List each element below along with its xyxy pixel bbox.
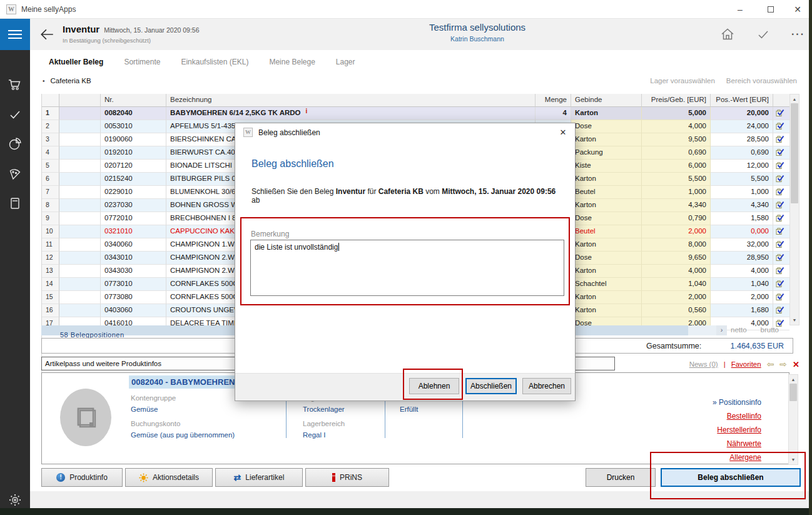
preselect-link-0[interactable]: Lager vorauswählen <box>650 77 715 84</box>
nav-left-icon[interactable]: ⇦ <box>767 359 774 369</box>
netto-option[interactable]: netto <box>731 326 747 334</box>
row-confirm-check-icon[interactable] <box>773 133 789 146</box>
link-bestellinfo[interactable]: Bestellinfo <box>713 409 761 423</box>
row-confirm-check-icon[interactable] <box>773 291 789 304</box>
panel-vertical-scrollbar[interactable]: ▲ ▼ <box>788 374 798 465</box>
text-caret <box>338 243 339 251</box>
col-nr[interactable]: Nr. <box>101 94 166 107</box>
tab-meine-belege[interactable]: Meine Belege <box>269 58 315 66</box>
table-vertical-scrollbar[interactable]: ▲ ▼ <box>789 94 799 325</box>
row-number: 3 <box>42 133 59 146</box>
dialog-close-icon[interactable]: ✕ <box>553 125 573 140</box>
table-row[interactable]: 10082040BABYMOEHREN 6/14 2,5KG TK ARDOi4… <box>42 107 789 120</box>
ablehnen-button[interactable]: Ablehnen <box>409 378 459 394</box>
link-herstellerinfo[interactable]: Herstellerinfo <box>713 423 761 437</box>
cell-poswert: 4,340 <box>711 199 773 212</box>
product-fields-col1: KontengruppeGemüseBuchungskontoGemüse (a… <box>131 392 235 444</box>
maximize-button[interactable] <box>757 0 784 19</box>
col-bezeichnung[interactable]: Bezeichnung <box>166 94 535 107</box>
row-number: 14 <box>42 278 59 291</box>
row-confirm-check-icon[interactable] <box>773 252 789 265</box>
row-confirm-check-icon[interactable] <box>773 265 789 278</box>
col-gebinde[interactable]: Gebinde <box>571 94 642 107</box>
tab-aktueller-beleg[interactable]: Aktueller Beleg <box>49 58 103 66</box>
settings-gear-icon[interactable] <box>0 489 30 511</box>
back-arrow-icon[interactable] <box>39 26 55 45</box>
link-allergene[interactable]: Allergene <box>713 451 761 464</box>
more-options-icon[interactable]: ··· <box>786 25 811 44</box>
drucken-button[interactable]: Drucken <box>586 468 656 487</box>
produktinfo-button[interactable]: !Produktinfo <box>41 468 123 487</box>
scroll-up-icon[interactable]: ▲ <box>789 375 798 384</box>
scroll-up-icon[interactable]: ▲ <box>790 94 799 103</box>
cell-preis: 4,340 <box>642 199 711 212</box>
scroll-down-icon[interactable]: ▼ <box>789 455 798 464</box>
scroll-right-icon[interactable]: › <box>716 325 727 335</box>
row-confirm-check-icon[interactable] <box>773 120 789 133</box>
link-nährwerte[interactable]: Nährwerte <box>713 437 761 451</box>
field-value: Regal I <box>303 429 345 441</box>
row-confirm-check-icon[interactable] <box>773 304 789 317</box>
row-confirm-check-icon[interactable] <box>773 107 789 120</box>
pizza-icon[interactable] <box>0 163 30 185</box>
bemerkung-textarea[interactable]: die Liste ist unvollständig <box>250 240 564 296</box>
table-header: Nr. Bezeichnung Menge Gebinde Preis/Geb.… <box>42 94 789 107</box>
row-confirm-check-icon[interactable] <box>773 160 789 173</box>
close-button[interactable]: ✕ <box>784 0 811 19</box>
abschliessen-button[interactable]: Abschließen <box>465 378 517 394</box>
link--positionsinfo[interactable]: » Positionsinfo <box>713 395 761 409</box>
cell-preis: 0,560 <box>642 304 711 317</box>
cell-preis: 5,500 <box>642 173 711 186</box>
row-number: 8 <box>42 199 59 212</box>
hamburger-menu-icon[interactable] <box>0 19 30 50</box>
favorites-link[interactable]: Favoriten <box>731 360 761 368</box>
close-panel-icon[interactable]: ✕ <box>793 360 799 369</box>
cell-poswert: 1,000 <box>711 186 773 199</box>
maximize-icon <box>768 6 774 13</box>
col-poswert[interactable]: Pos.-Wert [EUR] <box>711 94 773 107</box>
confirm-check-icon[interactable] <box>751 25 776 44</box>
preselect-link-1[interactable]: Bereich vorauswählen <box>726 77 797 84</box>
page-title: InventurMittwoch, 15. Januar 2020 09:56 <box>63 24 200 34</box>
bemerkung-label: Bemerkung <box>251 230 289 238</box>
brutto-option[interactable]: brutto <box>761 326 779 334</box>
row-confirm-check-icon[interactable] <box>773 186 789 199</box>
preselect-links: Lager vorauswählenBereich vorauswählen <box>650 77 797 84</box>
tab-sortimente[interactable]: Sortimente <box>124 58 160 66</box>
beleg-abschliessen-button[interactable]: Beleg abschließen <box>661 468 801 487</box>
col-preis[interactable]: Preis/Geb. [EUR] <box>642 94 711 107</box>
tab-einkaufslisten-ekl-[interactable]: Einkaufslisten (EKL) <box>181 58 248 66</box>
minimize-button[interactable]: – <box>726 0 754 19</box>
product-info-links: » PositionsinfoBestellinfoHerstellerinfo… <box>713 395 761 464</box>
scroll-down-icon[interactable]: ▼ <box>790 315 799 324</box>
row-confirm-check-icon[interactable] <box>773 238 789 252</box>
row-confirm-check-icon[interactable] <box>773 173 789 186</box>
dialog-title: Beleg abschließen <box>258 128 320 137</box>
abbrechen-button[interactable]: Abbrechen <box>522 378 571 394</box>
col-menge[interactable]: Menge <box>535 94 571 107</box>
row-confirm-check-icon[interactable] <box>773 278 789 291</box>
row-confirm-check-icon[interactable] <box>773 212 789 225</box>
pie-chart-icon[interactable] <box>0 133 30 155</box>
scrollbar-thumb[interactable] <box>789 384 797 401</box>
home-icon[interactable] <box>715 25 740 44</box>
check-icon[interactable] <box>0 104 30 125</box>
row-number: 16 <box>42 304 59 317</box>
cart-icon[interactable] <box>0 74 30 95</box>
aktionsdetails-button[interactable]: Aktionsdetails <box>125 468 213 487</box>
book-icon[interactable] <box>0 193 30 214</box>
row-number: 13 <box>42 265 59 278</box>
row-confirm-check-icon[interactable] <box>773 225 789 238</box>
news-link[interactable]: News (0) <box>689 360 718 368</box>
cell-poswert: 24,000 <box>711 120 773 133</box>
cell-gebinde: Schachtel <box>571 278 642 291</box>
lieferartikel-button[interactable]: ⇄Lieferartikel <box>215 468 303 487</box>
row-confirm-check-icon[interactable] <box>773 146 789 160</box>
row-confirm-check-icon[interactable] <box>773 199 789 212</box>
tab-lager[interactable]: Lager <box>336 58 355 66</box>
prins-button[interactable]: PRiNS <box>305 468 389 487</box>
cell-nr: 0343010 <box>101 252 166 265</box>
scrollbar-thumb[interactable] <box>791 103 798 203</box>
nav-right-icon[interactable]: ⇨ <box>779 359 787 369</box>
prins-i-icon <box>332 473 335 482</box>
